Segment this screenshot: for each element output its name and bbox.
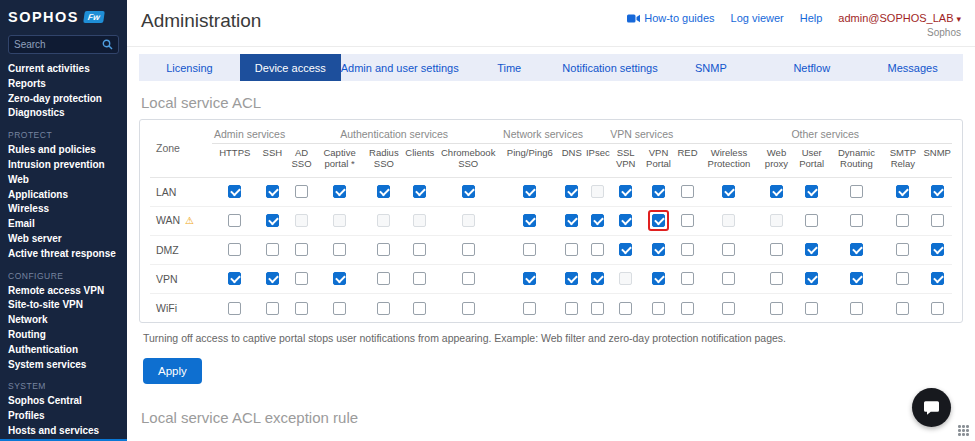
help-chat-button[interactable] bbox=[912, 388, 951, 427]
sidebar-item-diagnostics[interactable]: Diagnostics bbox=[0, 106, 127, 121]
checkbox-vpn-web-proxy[interactable] bbox=[770, 272, 783, 285]
help-link[interactable]: Help bbox=[800, 12, 823, 24]
checkbox-dmz-ipsec[interactable] bbox=[591, 243, 604, 256]
checkbox-wifi-ping-ping6[interactable] bbox=[523, 302, 536, 315]
checkbox-vpn-dns[interactable] bbox=[565, 272, 578, 285]
checkbox-wan-snmp[interactable] bbox=[931, 214, 944, 227]
tab-snmp[interactable]: SNMP bbox=[660, 54, 761, 81]
checkbox-wan-vpn-portal[interactable] bbox=[652, 214, 665, 227]
sidebar-item-hosts-and-services[interactable]: Hosts and services bbox=[0, 424, 127, 439]
checkbox-vpn-captive-portal[interactable] bbox=[333, 272, 346, 285]
checkbox-wifi-snmp[interactable] bbox=[931, 302, 944, 315]
checkbox-lan-captive-portal[interactable] bbox=[333, 185, 346, 198]
checkbox-wifi-dns[interactable] bbox=[565, 302, 578, 315]
checkbox-vpn-wireless-protection[interactable] bbox=[722, 272, 735, 285]
checkbox-wifi-clients[interactable] bbox=[413, 302, 426, 315]
checkbox-wifi-vpn-portal[interactable] bbox=[652, 302, 665, 315]
checkbox-wifi-radius-sso[interactable] bbox=[377, 302, 390, 315]
sidebar-item-rules-and-policies[interactable]: Rules and policies bbox=[0, 143, 127, 158]
checkbox-wifi-captive-portal[interactable] bbox=[333, 302, 346, 315]
checkbox-wan-ipsec[interactable] bbox=[591, 214, 604, 227]
tab-notification-settings[interactable]: Notification settings bbox=[560, 54, 661, 81]
search-input[interactable] bbox=[14, 39, 102, 50]
sidebar-item-active-threat-response[interactable]: Active threat response bbox=[0, 247, 127, 262]
checkbox-dmz-ssl-vpn[interactable] bbox=[619, 243, 632, 256]
sidebar-item-authentication[interactable]: Authentication bbox=[0, 343, 127, 358]
checkbox-wan-dns[interactable] bbox=[565, 214, 578, 227]
checkbox-dmz-dynamic-routing[interactable] bbox=[850, 243, 863, 256]
checkbox-wifi-red[interactable] bbox=[681, 302, 694, 315]
checkbox-wan-red[interactable] bbox=[681, 214, 694, 227]
checkbox-vpn-radius-sso[interactable] bbox=[377, 272, 390, 285]
checkbox-lan-wireless-protection[interactable] bbox=[722, 185, 735, 198]
checkbox-wan-ssh[interactable] bbox=[266, 214, 279, 227]
checkbox-vpn-snmp[interactable] bbox=[931, 272, 944, 285]
checkbox-vpn-clients[interactable] bbox=[413, 272, 426, 285]
tab-device-access[interactable]: Device access bbox=[240, 54, 341, 81]
checkbox-dmz-chromebook-sso[interactable] bbox=[462, 243, 475, 256]
checkbox-lan-https[interactable] bbox=[228, 185, 241, 198]
sidebar-item-email[interactable]: Email bbox=[0, 217, 127, 232]
log-viewer-link[interactable]: Log viewer bbox=[731, 12, 784, 24]
apply-button[interactable]: Apply bbox=[143, 358, 202, 384]
checkbox-lan-radius-sso[interactable] bbox=[377, 185, 390, 198]
checkbox-wifi-https[interactable] bbox=[228, 302, 241, 315]
checkbox-wifi-dynamic-routing[interactable] bbox=[850, 302, 863, 315]
checkbox-dmz-user-portal[interactable] bbox=[805, 243, 818, 256]
checkbox-dmz-ping-ping6[interactable] bbox=[523, 243, 536, 256]
tab-time[interactable]: Time bbox=[459, 54, 560, 81]
sidebar-item-wireless[interactable]: Wireless bbox=[0, 202, 127, 217]
search-icon[interactable] bbox=[102, 39, 113, 50]
checkbox-wifi-chromebook-sso[interactable] bbox=[462, 302, 475, 315]
checkbox-vpn-ad-sso[interactable] bbox=[295, 272, 308, 285]
sidebar-item-reports[interactable]: Reports bbox=[0, 77, 127, 92]
tab-licensing[interactable]: Licensing bbox=[139, 54, 240, 81]
checkbox-wan-dynamic-routing[interactable] bbox=[850, 214, 863, 227]
checkbox-vpn-red[interactable] bbox=[681, 272, 694, 285]
checkbox-dmz-smtp-relay[interactable] bbox=[896, 243, 909, 256]
checkbox-lan-vpn-portal[interactable] bbox=[652, 185, 665, 198]
checkbox-wan-https[interactable] bbox=[228, 214, 241, 227]
sidebar-item-sophos-central[interactable]: Sophos Central bbox=[0, 394, 127, 409]
checkbox-dmz-web-proxy[interactable] bbox=[770, 243, 783, 256]
checkbox-lan-clients[interactable] bbox=[413, 185, 426, 198]
sidebar-item-network[interactable]: Network bbox=[0, 313, 127, 328]
checkbox-lan-ping-ping6[interactable] bbox=[523, 185, 536, 198]
how-to-guides-link[interactable]: How-to guides bbox=[627, 12, 714, 24]
tab-messages[interactable]: Messages bbox=[862, 54, 963, 81]
sidebar-item-zero-day-protection[interactable]: Zero-day protection bbox=[0, 92, 127, 107]
checkbox-wan-smtp-relay[interactable] bbox=[896, 214, 909, 227]
checkbox-wifi-user-portal[interactable] bbox=[805, 302, 818, 315]
checkbox-wifi-ipsec[interactable] bbox=[591, 302, 604, 315]
checkbox-vpn-ssh[interactable] bbox=[266, 272, 279, 285]
tab-admin-and-user-settings[interactable]: Admin and user settings bbox=[341, 54, 459, 81]
checkbox-vpn-ping-ping6[interactable] bbox=[523, 272, 536, 285]
checkbox-dmz-radius-sso[interactable] bbox=[377, 243, 390, 256]
checkbox-wifi-ssh[interactable] bbox=[266, 302, 279, 315]
checkbox-lan-snmp[interactable] bbox=[931, 185, 944, 198]
checkbox-dmz-https[interactable] bbox=[228, 243, 241, 256]
checkbox-vpn-smtp-relay[interactable] bbox=[896, 272, 909, 285]
checkbox-lan-ad-sso[interactable] bbox=[295, 185, 308, 198]
checkbox-lan-ssl-vpn[interactable] bbox=[619, 185, 632, 198]
account-menu[interactable]: admin@SOPHOS_LAB bbox=[838, 12, 961, 24]
checkbox-dmz-red[interactable] bbox=[681, 243, 694, 256]
checkbox-wifi-ad-sso[interactable] bbox=[295, 302, 308, 315]
sidebar-item-web-server[interactable]: Web server bbox=[0, 232, 127, 247]
sidebar-item-current-activities[interactable]: Current activities bbox=[0, 62, 127, 77]
checkbox-wifi-wireless-protection[interactable] bbox=[722, 302, 735, 315]
checkbox-vpn-chromebook-sso[interactable] bbox=[462, 272, 475, 285]
checkbox-dmz-dns[interactable] bbox=[565, 243, 578, 256]
sidebar-item-routing[interactable]: Routing bbox=[0, 328, 127, 343]
checkbox-dmz-captive-portal[interactable] bbox=[333, 243, 346, 256]
checkbox-lan-dynamic-routing[interactable] bbox=[850, 185, 863, 198]
tab-netflow[interactable]: Netflow bbox=[761, 54, 862, 81]
checkbox-lan-smtp-relay[interactable] bbox=[896, 185, 909, 198]
checkbox-vpn-vpn-portal[interactable] bbox=[652, 272, 665, 285]
checkbox-wan-ssl-vpn[interactable] bbox=[619, 214, 632, 227]
checkbox-lan-red[interactable] bbox=[681, 185, 694, 198]
checkbox-lan-web-proxy[interactable] bbox=[770, 185, 783, 198]
checkbox-vpn-user-portal[interactable] bbox=[805, 272, 818, 285]
checkbox-vpn-ipsec[interactable] bbox=[591, 272, 604, 285]
sidebar-item-system-services[interactable]: System services bbox=[0, 358, 127, 373]
